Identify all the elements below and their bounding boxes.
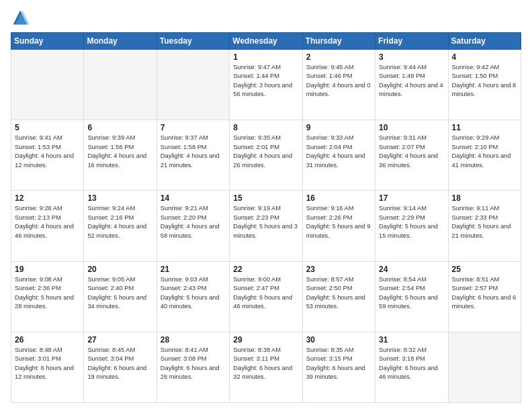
day-info: Sunrise: 8:48 AM Sunset: 3:01 PM Dayligh… [15,346,80,382]
day-number: 21 [161,265,226,274]
day-number: 2 [306,52,371,62]
day-info: Sunrise: 9:39 AM Sunset: 1:56 PM Dayligh… [87,134,152,170]
day-number: 17 [379,193,444,203]
calendar-cell: 10Sunrise: 9:31 AM Sunset: 2:07 PM Dayli… [375,120,448,191]
calendar-cell: 20Sunrise: 9:05 AM Sunset: 2:40 PM Dayli… [84,261,157,332]
weekday-header-row: SundayMondayTuesdayWednesdayThursdayFrid… [11,33,521,50]
page: SundayMondayTuesdayWednesdayThursdayFrid… [0,0,532,411]
day-number: 28 [161,335,226,345]
day-number: 26 [15,335,80,345]
day-info: Sunrise: 9:14 AM Sunset: 2:29 PM Dayligh… [379,204,444,240]
day-info: Sunrise: 8:54 AM Sunset: 2:54 PM Dayligh… [379,275,444,312]
day-number: 10 [379,123,444,132]
day-number: 23 [306,265,371,274]
day-number: 6 [87,123,152,132]
day-number: 5 [15,123,80,132]
calendar-cell: 31Sunrise: 8:32 AM Sunset: 3:18 PM Dayli… [375,332,448,402]
header [11,8,521,27]
day-info: Sunrise: 9:19 AM Sunset: 2:23 PM Dayligh… [233,204,298,240]
weekday-header-friday: Friday [375,33,448,50]
day-info: Sunrise: 9:29 AM Sunset: 2:10 PM Dayligh… [452,134,517,170]
calendar-cell [157,50,229,120]
calendar-cell: 30Sunrise: 8:35 AM Sunset: 3:15 PM Dayli… [302,332,375,402]
logo [11,8,32,27]
calendar-week-1: 1Sunrise: 9:47 AM Sunset: 1:44 PM Daylig… [11,50,521,120]
calendar-week-5: 26Sunrise: 8:48 AM Sunset: 3:01 PM Dayli… [11,332,521,402]
calendar-cell: 9Sunrise: 9:33 AM Sunset: 2:04 PM Daylig… [302,120,375,191]
calendar-table: SundayMondayTuesdayWednesdayThursdayFrid… [11,32,521,403]
day-number: 19 [15,265,80,274]
day-number: 16 [306,193,371,203]
calendar-cell: 11Sunrise: 9:29 AM Sunset: 2:10 PM Dayli… [448,120,521,191]
day-info: Sunrise: 8:51 AM Sunset: 2:57 PM Dayligh… [452,275,517,312]
calendar-cell: 17Sunrise: 9:14 AM Sunset: 2:29 PM Dayli… [375,191,448,261]
calendar-week-4: 19Sunrise: 9:08 AM Sunset: 2:36 PM Dayli… [11,261,521,332]
day-number: 18 [452,193,517,203]
day-info: Sunrise: 8:35 AM Sunset: 3:15 PM Dayligh… [306,346,371,382]
weekday-header-thursday: Thursday [302,33,375,50]
day-number: 13 [87,193,152,203]
day-info: Sunrise: 9:11 AM Sunset: 2:33 PM Dayligh… [452,204,517,240]
calendar-cell: 29Sunrise: 8:38 AM Sunset: 3:11 PM Dayli… [230,332,302,402]
weekday-header-saturday: Saturday [448,33,521,50]
day-number: 20 [87,265,152,274]
calendar-cell: 13Sunrise: 9:24 AM Sunset: 2:16 PM Dayli… [84,191,157,261]
calendar-cell: 2Sunrise: 9:45 AM Sunset: 1:46 PM Daylig… [302,50,375,120]
day-number: 29 [233,335,298,345]
calendar-cell: 24Sunrise: 8:54 AM Sunset: 2:54 PM Dayli… [375,261,448,332]
calendar-cell: 28Sunrise: 8:41 AM Sunset: 3:08 PM Dayli… [157,332,229,402]
day-number: 8 [233,123,298,132]
day-number: 14 [161,193,226,203]
day-info: Sunrise: 9:31 AM Sunset: 2:07 PM Dayligh… [379,134,444,170]
calendar-cell [84,50,157,120]
calendar-cell: 25Sunrise: 8:51 AM Sunset: 2:57 PM Dayli… [448,261,521,332]
calendar-cell: 15Sunrise: 9:19 AM Sunset: 2:23 PM Dayli… [230,191,302,261]
day-info: Sunrise: 9:35 AM Sunset: 2:01 PM Dayligh… [233,134,298,170]
day-info: Sunrise: 8:32 AM Sunset: 3:18 PM Dayligh… [379,346,444,382]
calendar-cell [11,50,84,120]
weekday-header-tuesday: Tuesday [157,33,229,50]
day-number: 12 [15,193,80,203]
day-info: Sunrise: 9:24 AM Sunset: 2:16 PM Dayligh… [87,204,152,240]
day-info: Sunrise: 9:08 AM Sunset: 2:36 PM Dayligh… [15,275,80,312]
calendar-week-3: 12Sunrise: 9:26 AM Sunset: 2:13 PM Dayli… [11,191,521,261]
day-number: 25 [452,265,517,274]
day-info: Sunrise: 9:44 AM Sunset: 1:48 PM Dayligh… [379,63,444,99]
weekday-header-sunday: Sunday [11,33,84,50]
calendar-cell: 12Sunrise: 9:26 AM Sunset: 2:13 PM Dayli… [11,191,84,261]
calendar-cell: 1Sunrise: 9:47 AM Sunset: 1:44 PM Daylig… [230,50,302,120]
day-number: 27 [87,335,152,345]
day-number: 31 [379,335,444,345]
day-info: Sunrise: 9:03 AM Sunset: 2:43 PM Dayligh… [161,275,226,312]
calendar-cell: 16Sunrise: 9:16 AM Sunset: 2:26 PM Dayli… [302,191,375,261]
day-info: Sunrise: 9:41 AM Sunset: 1:53 PM Dayligh… [15,134,80,170]
day-info: Sunrise: 9:45 AM Sunset: 1:46 PM Dayligh… [306,63,371,99]
day-info: Sunrise: 8:57 AM Sunset: 2:50 PM Dayligh… [306,275,371,312]
calendar-cell: 6Sunrise: 9:39 AM Sunset: 1:56 PM Daylig… [84,120,157,191]
day-info: Sunrise: 9:37 AM Sunset: 1:58 PM Dayligh… [161,134,226,170]
day-info: Sunrise: 8:41 AM Sunset: 3:08 PM Dayligh… [161,346,226,382]
day-number: 22 [233,265,298,274]
day-info: Sunrise: 9:33 AM Sunset: 2:04 PM Dayligh… [306,134,371,170]
day-number: 1 [233,52,298,62]
day-number: 11 [452,123,517,132]
day-number: 4 [452,52,517,62]
logo-icon [11,8,30,27]
calendar-cell: 27Sunrise: 8:45 AM Sunset: 3:04 PM Dayli… [84,332,157,402]
calendar-cell: 21Sunrise: 9:03 AM Sunset: 2:43 PM Dayli… [157,261,229,332]
calendar-cell: 22Sunrise: 9:00 AM Sunset: 2:47 PM Dayli… [230,261,302,332]
calendar-cell: 4Sunrise: 9:42 AM Sunset: 1:50 PM Daylig… [448,50,521,120]
calendar-cell: 7Sunrise: 9:37 AM Sunset: 1:58 PM Daylig… [157,120,229,191]
calendar-cell: 5Sunrise: 9:41 AM Sunset: 1:53 PM Daylig… [11,120,84,191]
calendar-cell: 3Sunrise: 9:44 AM Sunset: 1:48 PM Daylig… [375,50,448,120]
day-number: 15 [233,193,298,203]
day-number: 30 [306,335,371,345]
day-info: Sunrise: 8:38 AM Sunset: 3:11 PM Dayligh… [233,346,298,382]
day-number: 24 [379,265,444,274]
day-info: Sunrise: 8:45 AM Sunset: 3:04 PM Dayligh… [87,346,152,382]
calendar-cell [448,332,521,402]
calendar-cell: 26Sunrise: 8:48 AM Sunset: 3:01 PM Dayli… [11,332,84,402]
day-number: 3 [379,52,444,62]
day-number: 9 [306,123,371,132]
day-info: Sunrise: 9:26 AM Sunset: 2:13 PM Dayligh… [15,204,80,240]
